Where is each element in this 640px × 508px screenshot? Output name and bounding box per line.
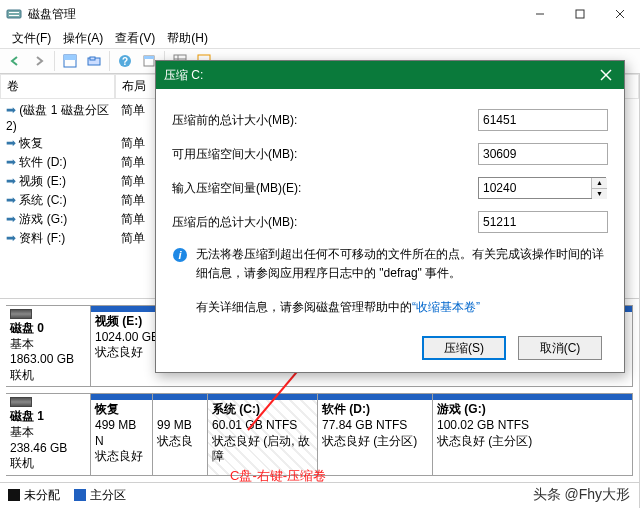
svg-rect-2 bbox=[9, 15, 19, 16]
app-icon bbox=[6, 6, 22, 22]
close-button[interactable] bbox=[600, 0, 640, 28]
window-title: 磁盘管理 bbox=[28, 6, 520, 23]
value-size-before: 61451 bbox=[478, 109, 608, 131]
info-icon: i bbox=[172, 247, 188, 263]
shrink-dialog: 压缩 C: 压缩前的总计大小(MB): 61451 可用压缩空间大小(MB): … bbox=[155, 60, 625, 373]
help-link[interactable]: “收缩基本卷” bbox=[412, 300, 480, 314]
tool-back[interactable] bbox=[4, 50, 26, 72]
dialog-title: 压缩 C: bbox=[164, 67, 588, 84]
spin-up-icon: ▲ bbox=[592, 178, 607, 189]
cancel-button[interactable]: 取消(C) bbox=[518, 336, 602, 360]
svg-rect-0 bbox=[7, 10, 21, 18]
tool-forward[interactable] bbox=[28, 50, 50, 72]
spin-down-icon: ▼ bbox=[592, 189, 607, 199]
titlebar: 磁盘管理 bbox=[0, 0, 640, 28]
menu-action[interactable]: 操作(A) bbox=[57, 30, 109, 47]
shrink-button[interactable]: 压缩(S) bbox=[422, 336, 506, 360]
watermark: 头条 @Fhy大形 bbox=[533, 486, 630, 504]
svg-rect-4 bbox=[576, 10, 584, 18]
info-text-2: 有关详细信息，请参阅磁盘管理帮助中的“收缩基本卷” bbox=[172, 293, 608, 326]
partition-c: 系统 (C:)60.01 GB NTFS状态良好 (启动, 故障 bbox=[208, 394, 318, 474]
value-size-after: 51211 bbox=[478, 211, 608, 233]
svg-rect-14 bbox=[144, 56, 154, 59]
maximize-button[interactable] bbox=[560, 0, 600, 28]
menubar: 文件(F) 操作(A) 查看(V) 帮助(H) bbox=[0, 28, 640, 48]
menu-view[interactable]: 查看(V) bbox=[109, 30, 161, 47]
svg-rect-8 bbox=[64, 55, 76, 60]
tool-refresh[interactable] bbox=[83, 50, 105, 72]
disk-icon bbox=[10, 309, 32, 319]
svg-rect-1 bbox=[9, 12, 19, 13]
legend-swatch-primary bbox=[74, 489, 86, 501]
shrink-amount-input[interactable] bbox=[478, 177, 606, 199]
dialog-titlebar[interactable]: 压缩 C: bbox=[156, 61, 624, 89]
menu-file[interactable]: 文件(F) bbox=[6, 30, 57, 47]
spinner[interactable]: ▲▼ bbox=[591, 178, 607, 198]
annotation-text: C盘-右键-压缩卷 bbox=[230, 467, 326, 485]
tool-view-top[interactable] bbox=[59, 50, 81, 72]
label-size-after: 压缩后的总计大小(MB): bbox=[172, 214, 478, 231]
disk-row-1[interactable]: 磁盘 1 基本 238.46 GB 联机 恢复499 MB N状态良好 99 M… bbox=[6, 393, 633, 475]
menu-help[interactable]: 帮助(H) bbox=[161, 30, 214, 47]
disk-icon bbox=[10, 397, 32, 407]
svg-text:?: ? bbox=[122, 56, 128, 67]
label-size-before: 压缩前的总计大小(MB): bbox=[172, 112, 478, 129]
legend-swatch-unallocated bbox=[8, 489, 20, 501]
svg-rect-10 bbox=[90, 57, 95, 60]
info-text-1: 无法将卷压缩到超出任何不可移动的文件所在的点。有关完成该操作时间的详细信息，请参… bbox=[196, 245, 608, 283]
dialog-close-button[interactable] bbox=[588, 61, 624, 89]
minimize-button[interactable] bbox=[520, 0, 560, 28]
label-shrink-amount: 输入压缩空间量(MB)(E): bbox=[172, 180, 478, 197]
col-header-volume[interactable]: 卷 bbox=[0, 74, 115, 99]
tool-help[interactable]: ? bbox=[114, 50, 136, 72]
label-available: 可用压缩空间大小(MB): bbox=[172, 146, 478, 163]
value-available: 30609 bbox=[478, 143, 608, 165]
